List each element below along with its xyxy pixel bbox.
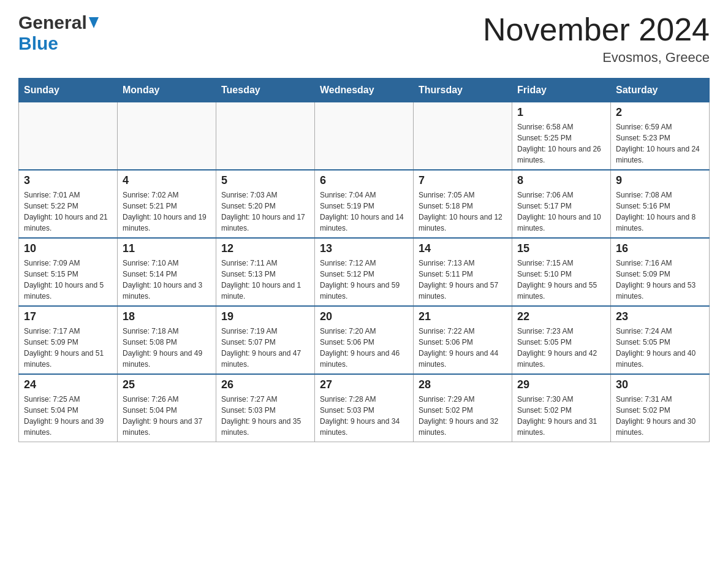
day-number: 9: [616, 174, 704, 187]
day-number: 11: [123, 242, 211, 255]
calendar-day-cell: 27Sunrise: 7:28 AMSunset: 5:03 PMDayligh…: [315, 374, 414, 442]
calendar-day-cell: 21Sunrise: 7:22 AMSunset: 5:06 PMDayligh…: [414, 306, 512, 374]
calendar-week-row: 17Sunrise: 7:17 AMSunset: 5:09 PMDayligh…: [19, 306, 710, 374]
calendar-day-cell: [216, 102, 315, 170]
location-subtitle: Evosmos, Greece: [483, 50, 710, 66]
day-info: Sunrise: 7:17 AMSunset: 5:09 PMDaylight:…: [24, 326, 112, 370]
logo: General Blue: [18, 12, 99, 54]
day-number: 5: [221, 174, 309, 187]
calendar-day-cell: 1Sunrise: 6:58 AMSunset: 5:25 PMDaylight…: [512, 102, 611, 170]
day-number: 8: [517, 174, 605, 187]
day-number: 26: [221, 378, 309, 391]
calendar-day-cell: 12Sunrise: 7:11 AMSunset: 5:13 PMDayligh…: [216, 238, 315, 306]
day-info: Sunrise: 6:58 AMSunset: 5:25 PMDaylight:…: [517, 121, 605, 166]
day-info: Sunrise: 7:31 AMSunset: 5:02 PMDaylight:…: [616, 394, 704, 438]
month-year-title: November 2024: [483, 12, 710, 47]
day-number: 1: [517, 106, 605, 119]
weekday-header-monday: Monday: [118, 79, 216, 102]
day-number: 28: [419, 378, 507, 391]
calendar-day-cell: [19, 102, 118, 170]
calendar-day-cell: 19Sunrise: 7:19 AMSunset: 5:07 PMDayligh…: [216, 306, 315, 374]
day-info: Sunrise: 7:26 AMSunset: 5:04 PMDaylight:…: [123, 394, 211, 438]
day-info: Sunrise: 7:30 AMSunset: 5:02 PMDaylight:…: [517, 394, 605, 438]
day-number: 2: [616, 106, 704, 119]
calendar-week-row: 24Sunrise: 7:25 AMSunset: 5:04 PMDayligh…: [19, 374, 710, 442]
day-info: Sunrise: 7:27 AMSunset: 5:03 PMDaylight:…: [221, 394, 309, 438]
day-info: Sunrise: 7:19 AMSunset: 5:07 PMDaylight:…: [221, 326, 309, 370]
day-number: 19: [221, 310, 309, 323]
calendar-day-cell: 2Sunrise: 6:59 AMSunset: 5:23 PMDaylight…: [611, 102, 710, 170]
calendar-day-cell: 7Sunrise: 7:05 AMSunset: 5:18 PMDaylight…: [414, 170, 512, 238]
calendar-day-cell: 5Sunrise: 7:03 AMSunset: 5:20 PMDaylight…: [216, 170, 315, 238]
weekday-header-saturday: Saturday: [611, 79, 710, 102]
day-number: 30: [616, 378, 704, 391]
day-info: Sunrise: 7:12 AMSunset: 5:12 PMDaylight:…: [320, 258, 408, 302]
day-number: 14: [419, 242, 507, 255]
title-section: November 2024 Evosmos, Greece: [483, 12, 710, 66]
calendar-day-cell: 20Sunrise: 7:20 AMSunset: 5:06 PMDayligh…: [315, 306, 414, 374]
calendar-day-cell: 26Sunrise: 7:27 AMSunset: 5:03 PMDayligh…: [216, 374, 315, 442]
calendar-week-row: 1Sunrise: 6:58 AMSunset: 5:25 PMDaylight…: [19, 102, 710, 170]
day-number: 18: [123, 310, 211, 323]
day-info: Sunrise: 7:08 AMSunset: 5:16 PMDaylight:…: [616, 190, 704, 234]
calendar-day-cell: [315, 102, 414, 170]
calendar-day-cell: 17Sunrise: 7:17 AMSunset: 5:09 PMDayligh…: [19, 306, 118, 374]
day-number: 23: [616, 310, 704, 323]
day-info: Sunrise: 7:05 AMSunset: 5:18 PMDaylight:…: [419, 190, 507, 234]
day-info: Sunrise: 7:18 AMSunset: 5:08 PMDaylight:…: [123, 326, 211, 370]
day-number: 3: [24, 174, 112, 187]
calendar-day-cell: 22Sunrise: 7:23 AMSunset: 5:05 PMDayligh…: [512, 306, 611, 374]
svg-marker-0: [89, 17, 99, 28]
weekday-header-thursday: Thursday: [414, 79, 512, 102]
day-info: Sunrise: 7:06 AMSunset: 5:17 PMDaylight:…: [517, 190, 605, 234]
day-number: 20: [320, 310, 408, 323]
logo-general-text: General: [18, 12, 87, 33]
day-number: 22: [517, 310, 605, 323]
day-number: 24: [24, 378, 112, 391]
day-info: Sunrise: 7:25 AMSunset: 5:04 PMDaylight:…: [24, 394, 112, 438]
day-info: Sunrise: 7:01 AMSunset: 5:22 PMDaylight:…: [24, 190, 112, 234]
calendar-day-cell: 23Sunrise: 7:24 AMSunset: 5:05 PMDayligh…: [611, 306, 710, 374]
calendar-day-cell: 24Sunrise: 7:25 AMSunset: 5:04 PMDayligh…: [19, 374, 118, 442]
day-info: Sunrise: 7:04 AMSunset: 5:19 PMDaylight:…: [320, 190, 408, 234]
weekday-header-sunday: Sunday: [19, 79, 118, 102]
day-info: Sunrise: 7:29 AMSunset: 5:02 PMDaylight:…: [419, 394, 507, 438]
calendar-day-cell: 8Sunrise: 7:06 AMSunset: 5:17 PMDaylight…: [512, 170, 611, 238]
page-header: General Blue November 2024 Evosmos, Gree…: [18, 12, 710, 66]
weekday-header-wednesday: Wednesday: [315, 79, 414, 102]
weekday-header-friday: Friday: [512, 79, 611, 102]
day-number: 25: [123, 378, 211, 391]
day-info: Sunrise: 7:28 AMSunset: 5:03 PMDaylight:…: [320, 394, 408, 438]
calendar-day-cell: 13Sunrise: 7:12 AMSunset: 5:12 PMDayligh…: [315, 238, 414, 306]
calendar-day-cell: 25Sunrise: 7:26 AMSunset: 5:04 PMDayligh…: [118, 374, 216, 442]
calendar-day-cell: 11Sunrise: 7:10 AMSunset: 5:14 PMDayligh…: [118, 238, 216, 306]
day-number: 29: [517, 378, 605, 391]
calendar-week-row: 3Sunrise: 7:01 AMSunset: 5:22 PMDaylight…: [19, 170, 710, 238]
calendar-day-cell: 4Sunrise: 7:02 AMSunset: 5:21 PMDaylight…: [118, 170, 216, 238]
calendar-day-cell: [414, 102, 512, 170]
day-info: Sunrise: 7:15 AMSunset: 5:10 PMDaylight:…: [517, 258, 605, 302]
calendar-day-cell: 10Sunrise: 7:09 AMSunset: 5:15 PMDayligh…: [19, 238, 118, 306]
day-info: Sunrise: 7:03 AMSunset: 5:20 PMDaylight:…: [221, 190, 309, 234]
calendar-day-cell: 18Sunrise: 7:18 AMSunset: 5:08 PMDayligh…: [118, 306, 216, 374]
day-info: Sunrise: 7:10 AMSunset: 5:14 PMDaylight:…: [123, 258, 211, 302]
day-info: Sunrise: 7:11 AMSunset: 5:13 PMDaylight:…: [221, 258, 309, 302]
day-info: Sunrise: 7:22 AMSunset: 5:06 PMDaylight:…: [419, 326, 507, 370]
calendar-day-cell: 28Sunrise: 7:29 AMSunset: 5:02 PMDayligh…: [414, 374, 512, 442]
logo-arrow-icon: [89, 17, 99, 31]
weekday-header-row: SundayMondayTuesdayWednesdayThursdayFrid…: [19, 79, 710, 102]
day-number: 12: [221, 242, 309, 255]
calendar-day-cell: 3Sunrise: 7:01 AMSunset: 5:22 PMDaylight…: [19, 170, 118, 238]
day-number: 15: [517, 242, 605, 255]
logo-blue-text: Blue: [18, 33, 58, 53]
calendar-day-cell: 15Sunrise: 7:15 AMSunset: 5:10 PMDayligh…: [512, 238, 611, 306]
calendar-table: SundayMondayTuesdayWednesdayThursdayFrid…: [18, 78, 710, 442]
calendar-day-cell: 29Sunrise: 7:30 AMSunset: 5:02 PMDayligh…: [512, 374, 611, 442]
calendar-day-cell: 16Sunrise: 7:16 AMSunset: 5:09 PMDayligh…: [611, 238, 710, 306]
day-info: Sunrise: 7:20 AMSunset: 5:06 PMDaylight:…: [320, 326, 408, 370]
calendar-week-row: 10Sunrise: 7:09 AMSunset: 5:15 PMDayligh…: [19, 238, 710, 306]
day-number: 21: [419, 310, 507, 323]
day-number: 27: [320, 378, 408, 391]
day-number: 7: [419, 174, 507, 187]
day-info: Sunrise: 7:24 AMSunset: 5:05 PMDaylight:…: [616, 326, 704, 370]
